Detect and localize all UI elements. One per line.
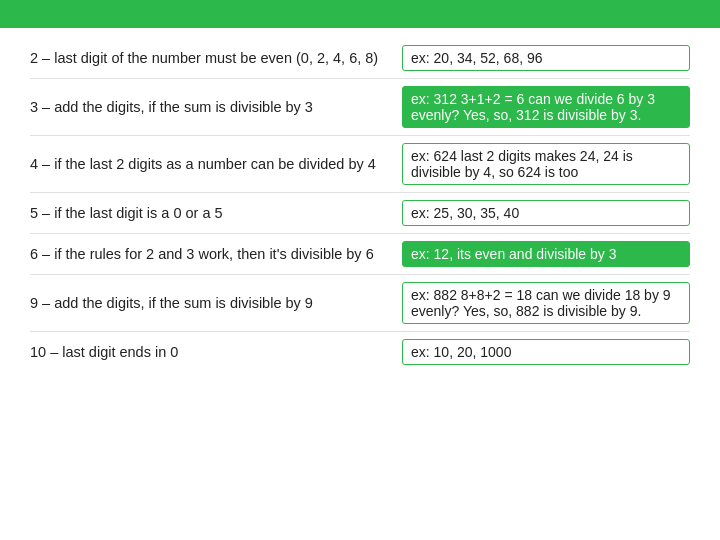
rule-6-text: 6 – if the rules for 2 and 3 work, then … <box>30 246 390 262</box>
rule-5-text: 5 – if the last digit is a 0 or a 5 <box>30 205 390 221</box>
header <box>0 0 720 28</box>
rule-3-example: ex: 312 3+1+2 = 6 can we divide 6 by 3 e… <box>402 86 690 128</box>
rule-10-text: 10 – last digit ends in 0 <box>30 344 390 360</box>
rule-5-row: 5 – if the last digit is a 0 or a 5ex: 2… <box>30 193 690 234</box>
rule-10-example: ex: 10, 20, 1000 <box>402 339 690 365</box>
rule-4-example: ex: 624 last 2 digits makes 24, 24 is di… <box>402 143 690 185</box>
rule-6-example: ex: 12, its even and divisible by 3 <box>402 241 690 267</box>
rule-9-text: 9 – add the digits, if the sum is divisi… <box>30 295 390 311</box>
rule-10-row: 10 – last digit ends in 0ex: 10, 20, 100… <box>30 332 690 372</box>
rule-3-text: 3 – add the digits, if the sum is divisi… <box>30 99 390 115</box>
content: 2 – last digit of the number must be eve… <box>0 28 720 540</box>
rule-2-row: 2 – last digit of the number must be eve… <box>30 38 690 79</box>
rule-5-example: ex: 25, 30, 35, 40 <box>402 200 690 226</box>
page: 2 – last digit of the number must be eve… <box>0 0 720 540</box>
rule-4-row: 4 – if the last 2 digits as a number can… <box>30 136 690 193</box>
rule-3-row: 3 – add the digits, if the sum is divisi… <box>30 79 690 136</box>
rule-9-row: 9 – add the digits, if the sum is divisi… <box>30 275 690 332</box>
rule-9-example: ex: 882 8+8+2 = 18 can we divide 18 by 9… <box>402 282 690 324</box>
rule-6-row: 6 – if the rules for 2 and 3 work, then … <box>30 234 690 275</box>
rule-2-example: ex: 20, 34, 52, 68, 96 <box>402 45 690 71</box>
rule-4-text: 4 – if the last 2 digits as a number can… <box>30 156 390 172</box>
rule-2-text: 2 – last digit of the number must be eve… <box>30 50 390 66</box>
